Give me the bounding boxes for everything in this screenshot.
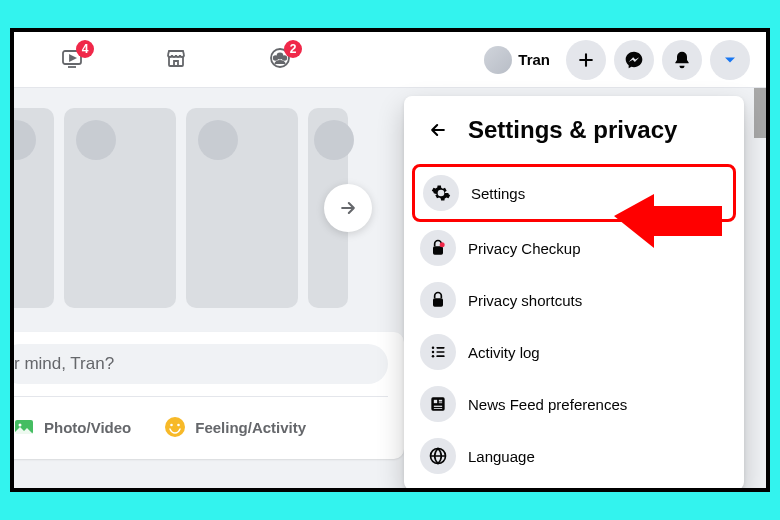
list-icon — [420, 334, 456, 370]
dropdown-header: Settings & privacy — [412, 104, 736, 164]
groups-badge: 2 — [284, 40, 302, 58]
svg-point-13 — [432, 347, 435, 350]
svg-rect-18 — [436, 355, 444, 357]
composer-photo-label: Photo/Video — [44, 419, 131, 436]
menu-label: Language — [468, 448, 535, 465]
composer: r mind, Tran? Photo/Video Feeling/Activi… — [14, 332, 404, 459]
story-card[interactable] — [64, 108, 176, 308]
right-icons: Tran — [480, 40, 750, 80]
svg-rect-24 — [434, 408, 442, 409]
menu-item-news-feed-preferences[interactable]: News Feed preferences — [412, 378, 736, 430]
gear-icon — [423, 175, 459, 211]
plus-icon — [576, 50, 596, 70]
story-card[interactable] — [308, 108, 348, 308]
watch-badge: 4 — [76, 40, 94, 58]
menu-label: Activity log — [468, 344, 540, 361]
arrow-right-icon — [338, 198, 358, 218]
settings-privacy-dropdown: Settings & privacy Settings Privacy Chec… — [404, 96, 744, 488]
menu-label: News Feed preferences — [468, 396, 627, 413]
composer-feeling[interactable]: Feeling/Activity — [151, 407, 318, 447]
svg-point-8 — [170, 424, 173, 427]
arrow-left-icon — [428, 120, 448, 140]
nav-icons: 4 2 — [60, 46, 292, 74]
globe-icon — [420, 438, 456, 474]
marketplace-icon — [164, 46, 188, 70]
svg-point-11 — [440, 242, 445, 247]
feeling-icon — [163, 415, 187, 439]
svg-rect-16 — [436, 351, 444, 353]
nav-groups[interactable]: 2 — [268, 46, 292, 74]
story-avatar — [76, 120, 116, 160]
account-menu-button[interactable] — [710, 40, 750, 80]
svg-rect-21 — [439, 400, 442, 402]
menu-item-privacy-checkup[interactable]: Privacy Checkup — [412, 222, 736, 274]
composer-feeling-label: Feeling/Activity — [195, 419, 306, 436]
story-avatar — [314, 120, 354, 160]
svg-rect-14 — [436, 347, 444, 349]
menu-label: Settings — [471, 185, 525, 202]
avatar — [484, 46, 512, 74]
svg-rect-12 — [433, 298, 443, 306]
caret-down-icon — [720, 50, 740, 70]
menu-label: Privacy Checkup — [468, 240, 581, 257]
stories-next-button[interactable] — [324, 184, 372, 232]
profile-name: Tran — [518, 51, 550, 68]
profile-chip[interactable]: Tran — [480, 42, 558, 78]
svg-point-17 — [432, 355, 435, 358]
svg-rect-22 — [439, 402, 442, 403]
back-button[interactable] — [420, 112, 456, 148]
menu-item-privacy-shortcuts[interactable]: Privacy shortcuts — [412, 274, 736, 326]
story-card[interactable] — [186, 108, 298, 308]
menu-item-settings[interactable]: Settings — [412, 164, 736, 222]
svg-rect-23 — [434, 406, 442, 407]
bell-icon — [672, 50, 692, 70]
topbar: 4 2 Tran — [14, 32, 766, 88]
svg-point-3 — [274, 56, 278, 60]
lock-heart-icon — [420, 230, 456, 266]
lock-icon — [420, 282, 456, 318]
composer-actions: Photo/Video Feeling/Activity — [14, 396, 388, 447]
svg-point-15 — [432, 351, 435, 354]
story-avatar — [198, 120, 238, 160]
photo-video-icon — [14, 415, 36, 439]
composer-input[interactable]: r mind, Tran? — [14, 344, 388, 384]
messenger-icon — [624, 50, 644, 70]
story-card[interactable] — [14, 108, 54, 308]
notifications-button[interactable] — [662, 40, 702, 80]
svg-point-9 — [177, 424, 180, 427]
messenger-button[interactable] — [614, 40, 654, 80]
nav-watch[interactable]: 4 — [60, 46, 84, 74]
create-button[interactable] — [566, 40, 606, 80]
svg-rect-10 — [433, 246, 443, 254]
dropdown-title: Settings & privacy — [468, 116, 677, 144]
menu-item-activity-log[interactable]: Activity log — [412, 326, 736, 378]
svg-point-4 — [283, 56, 287, 60]
menu-label: Privacy shortcuts — [468, 292, 582, 309]
svg-point-6 — [19, 424, 22, 427]
feed-icon — [420, 386, 456, 422]
composer-photo-video[interactable]: Photo/Video — [14, 407, 143, 447]
svg-point-7 — [165, 417, 185, 437]
svg-rect-20 — [434, 400, 437, 403]
story-avatar — [14, 120, 36, 160]
svg-point-2 — [278, 53, 283, 58]
menu-item-language[interactable]: Language — [412, 430, 736, 482]
nav-marketplace[interactable] — [164, 46, 188, 74]
